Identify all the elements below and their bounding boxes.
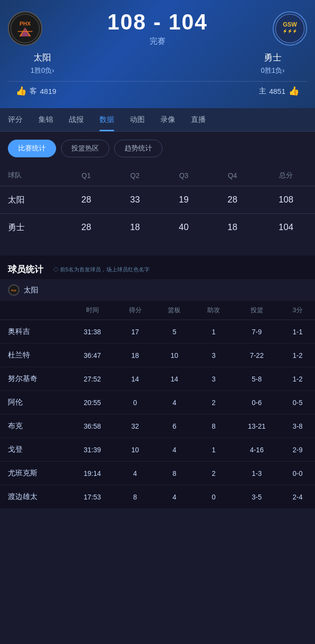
list-item: 奥科吉 31:38 17 5 1 7-9 1-1 [0,320,315,344]
gsw-team-logo[interactable]: GSW ⚡⚡⚡ [273,11,307,46]
player-fg: 5-8 [233,367,280,391]
q2-cell-gsw: 18 [111,214,159,241]
player-reb: 4 [155,485,194,509]
svg-text:⚡⚡⚡: ⚡⚡⚡ [283,29,297,33]
tab-review[interactable]: 评分 [0,108,31,131]
player-3pt: 3-8 [280,414,315,438]
ph-ast: 助攻 [194,301,233,320]
player-reb: 4 [155,391,194,414]
score-table: 球队 Q1 Q2 Q3 Q4 总分 太阳 28 33 19 28 108 勇士 … [0,165,315,241]
player-fg: 13-21 [233,414,280,438]
away-team-name: 勇士 [248,52,297,63]
tab-video[interactable]: 录像 [153,108,183,131]
player-pts: 10 [116,438,155,462]
player-3pt: 0-5 [280,391,315,414]
q1-cell-phx: 28 [62,186,111,214]
col-total: 总分 [257,165,315,186]
sub-tab-trend[interactable]: 趋势统计 [114,140,162,157]
svg-point-5 [276,14,304,43]
team-cell-phx: 太阳 [0,186,62,214]
col-team: 球队 [0,165,62,186]
player-3pt: 1-2 [280,344,315,367]
col-q4: Q4 [208,165,257,186]
away-vote-count: 4851 [269,87,285,95]
sub-tabs: 比赛统计 投篮热区 趋势统计 [0,132,315,165]
player-pts: 8 [116,485,155,509]
ph-name [0,301,69,320]
score-table-header: 球队 Q1 Q2 Q3 Q4 总分 [0,165,315,186]
player-fg: 1-3 [233,462,280,485]
player-name: 奥科吉 [0,320,69,344]
player-name: 戈登 [0,438,69,462]
votes-row: 👍 客 4819 👍 4851 主 [8,81,307,100]
match-header: PHX 108 - 104 完赛 GSW ⚡⚡⚡ 太阳 勇士 1胜0 [0,0,315,108]
player-fg: 4-16 [233,438,280,462]
total-cell-phx: 108 [257,186,315,214]
player-name: 尤班克斯 [0,462,69,485]
player-stats-header: 球员统计 ◇ 前5名为首发球员，场上球员红色名字 [0,256,315,279]
main-score: 108 - 104 [42,10,273,34]
player-reb: 8 [155,462,194,485]
player-3pt: 1-2 [280,367,315,391]
phx-team-logo[interactable]: PHX [8,11,42,46]
svg-text:PHX: PHX [20,21,31,27]
player-name: 渡边雄太 [0,485,69,509]
player-time: 27:52 [69,367,115,391]
player-ast: 1 [194,438,233,462]
away-team-record[interactable]: 0胜1负› [248,66,297,75]
team-names-row: 太阳 勇士 [8,52,307,63]
sub-tab-match-stats[interactable]: 比赛统计 [8,140,56,157]
player-reb: 5 [155,320,194,344]
team-cell-gsw: 勇士 [0,214,62,241]
player-time: 36:47 [69,344,115,367]
player-table: 时间 得分 篮板 助攻 投篮 3分 奥科吉 31:38 17 5 1 7-9 1… [0,301,315,508]
player-fg: 3-5 [233,485,280,509]
col-q2: Q2 [111,165,159,186]
phx-small-logo: PHX [8,284,20,296]
player-reb: 4 [155,438,194,462]
tab-highlights[interactable]: 集锦 [31,108,61,131]
thumbs-up-icon: 👍 [16,86,27,96]
player-table-wrapper: 时间 得分 篮板 助攻 投篮 3分 奥科吉 31:38 17 5 1 7-9 1… [0,301,315,508]
col-q1: Q1 [62,165,111,186]
away-vote[interactable]: 👍 4851 主 [259,86,299,96]
list-item: 杜兰特 36:47 18 10 3 7-22 1-2 [0,344,315,367]
player-ast: 3 [194,367,233,391]
away-vote-label: 主 [259,87,266,96]
player-ast: 8 [194,414,233,438]
team-records-row: 1胜0负› 0胜1负› [8,66,307,75]
tab-live[interactable]: 直播 [183,108,214,131]
svg-text:GSW: GSW [283,21,297,28]
tab-gif[interactable]: 动图 [122,108,153,131]
player-time: 36:58 [69,414,115,438]
ph-time: 时间 [69,301,115,320]
tab-data[interactable]: 数据 [92,108,122,131]
player-stats-section: 球员统计 ◇ 前5名为首发球员，场上球员红色名字 PHX 太阳 时间 得分 篮板… [0,256,315,508]
list-item: 阿伦 20:55 0 4 2 0-6 0-5 [0,391,315,414]
nav-tabs: 评分 集锦 战报 数据 动图 录像 直播 [0,108,315,132]
table-row: 太阳 28 33 19 28 108 [0,186,315,214]
player-name: 布克 [0,414,69,438]
score-center: 108 - 104 完赛 [42,10,273,47]
player-name: 杜兰特 [0,344,69,367]
player-pts: 0 [116,391,155,414]
home-team-record[interactable]: 1胜0负› [18,66,67,75]
home-vote[interactable]: 👍 客 4819 [16,86,56,96]
sub-tab-shot-zone[interactable]: 投篮热区 [61,140,109,157]
svg-text:PHX: PHX [11,289,17,292]
player-stats-note: ◇ 前5名为首发球员，场上球员红色名字 [53,266,307,273]
tab-report[interactable]: 战报 [61,108,92,131]
player-time: 31:39 [69,438,115,462]
player-3pt: 1-1 [280,320,315,344]
home-vote-label: 客 [30,87,37,96]
header-top: PHX 108 - 104 完赛 GSW ⚡⚡⚡ [8,10,307,47]
player-reb: 6 [155,414,194,438]
player-ast: 1 [194,320,233,344]
list-item: 尤班克斯 19:14 4 8 2 1-3 0-0 [0,462,315,485]
col-q3: Q3 [159,165,208,186]
player-fg: 7-22 [233,344,280,367]
player-ast: 2 [194,462,233,485]
q1-cell-gsw: 28 [62,214,111,241]
thumbs-up-icon-away: 👍 [288,86,299,96]
player-reb: 14 [155,367,194,391]
